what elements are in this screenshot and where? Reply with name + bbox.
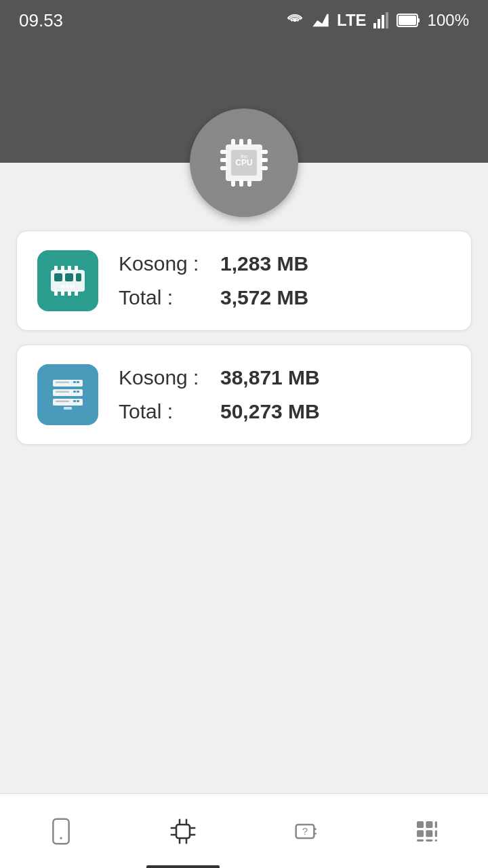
svg-rect-21 bbox=[261, 166, 268, 170]
svg-rect-34 bbox=[54, 273, 62, 281]
nav-cpu[interactable] bbox=[122, 794, 244, 868]
status-bar: 09.53 LTE bbox=[0, 0, 488, 41]
ram-info: Kosong : 1,283 MB Total : 3,572 MB bbox=[119, 252, 308, 309]
svg-rect-5 bbox=[386, 12, 388, 28]
svg-text:RAM: RAM bbox=[61, 283, 75, 290]
signal-bars-icon bbox=[373, 11, 390, 30]
svg-rect-68 bbox=[435, 821, 437, 828]
battery-nav-icon: ? bbox=[291, 818, 319, 845]
lte-label: LTE bbox=[337, 11, 367, 30]
battery-icon bbox=[396, 11, 421, 30]
svg-rect-26 bbox=[54, 266, 58, 271]
svg-rect-48 bbox=[77, 400, 79, 402]
storage-info: Kosong : 38,871 MB Total : 50,273 MB bbox=[119, 366, 320, 423]
ram-kosong-value: 1,283 MB bbox=[220, 252, 308, 275]
storage-total-row: Total : 50,273 MB bbox=[119, 400, 320, 423]
svg-rect-35 bbox=[65, 273, 73, 281]
svg-rect-15 bbox=[247, 180, 251, 186]
svg-rect-66 bbox=[417, 821, 424, 828]
svg-rect-32 bbox=[68, 290, 71, 296]
svg-rect-7 bbox=[418, 18, 420, 22]
svg-rect-20 bbox=[261, 158, 268, 162]
ram-total-label: Total : bbox=[119, 286, 207, 309]
svg-rect-49 bbox=[56, 401, 69, 403]
svg-rect-30 bbox=[54, 290, 58, 296]
svg-rect-41 bbox=[56, 382, 69, 384]
svg-rect-4 bbox=[382, 15, 384, 28]
storage-card: Kosong : 38,871 MB Total : 50,273 MB bbox=[16, 344, 472, 445]
svg-rect-17 bbox=[220, 158, 227, 162]
svg-rect-69 bbox=[417, 830, 424, 837]
ram-total-row: Total : 3,572 MB bbox=[119, 286, 308, 309]
ram-icon: RAM bbox=[37, 250, 98, 311]
ram-free-row: Kosong : 1,283 MB bbox=[119, 252, 308, 275]
svg-rect-16 bbox=[220, 150, 227, 154]
ram-total-value: 3,572 MB bbox=[220, 286, 308, 309]
bottom-nav: ? bbox=[0, 793, 488, 868]
svg-marker-1 bbox=[312, 14, 328, 27]
svg-rect-50 bbox=[64, 407, 72, 410]
signal-icon bbox=[311, 11, 330, 30]
storage-kosong-label: Kosong : bbox=[119, 366, 207, 389]
svg-rect-53 bbox=[176, 825, 190, 838]
svg-text:CPU: CPU bbox=[235, 158, 252, 167]
svg-rect-19 bbox=[261, 150, 268, 154]
svg-rect-71 bbox=[435, 830, 437, 837]
svg-rect-36 bbox=[76, 273, 81, 281]
svg-rect-28 bbox=[68, 266, 71, 271]
svg-rect-73 bbox=[426, 839, 432, 841]
phone-nav-icon bbox=[47, 818, 75, 845]
svg-rect-33 bbox=[75, 290, 78, 296]
storage-total-value: 50,273 MB bbox=[220, 400, 320, 423]
storage-total-label: Total : bbox=[119, 400, 207, 423]
wifi-icon bbox=[285, 11, 304, 30]
svg-rect-2 bbox=[373, 23, 376, 28]
svg-rect-11 bbox=[239, 139, 243, 146]
svg-rect-72 bbox=[417, 839, 424, 841]
ram-card: RAM Kosong : 1,283 MB Total : 3,572 MB bbox=[16, 231, 472, 331]
storage-icon bbox=[37, 364, 98, 425]
nav-phone[interactable] bbox=[0, 794, 122, 868]
svg-rect-3 bbox=[378, 19, 380, 28]
svg-rect-27 bbox=[61, 266, 64, 271]
svg-rect-45 bbox=[56, 391, 69, 393]
svg-rect-51 bbox=[53, 818, 68, 844]
battery-label: 100% bbox=[428, 11, 469, 30]
svg-rect-29 bbox=[75, 266, 78, 271]
svg-rect-31 bbox=[61, 290, 64, 296]
svg-rect-8 bbox=[399, 16, 416, 25]
svg-rect-40 bbox=[77, 381, 79, 383]
status-right: LTE 100% bbox=[285, 11, 469, 30]
cpu-nav-icon bbox=[169, 818, 197, 845]
svg-rect-10 bbox=[231, 139, 235, 146]
storage-kosong-value: 38,871 MB bbox=[220, 366, 320, 389]
header-area: CPU the bbox=[0, 41, 488, 163]
nav-grid[interactable] bbox=[366, 794, 488, 868]
svg-rect-47 bbox=[73, 400, 76, 402]
nav-battery[interactable]: ? bbox=[244, 794, 366, 868]
svg-rect-67 bbox=[426, 821, 432, 828]
cpu-icon-circle: CPU the bbox=[190, 108, 298, 217]
svg-rect-43 bbox=[73, 391, 76, 393]
status-time: 09.53 bbox=[19, 10, 63, 31]
grid-nav-icon bbox=[413, 818, 441, 845]
svg-rect-12 bbox=[247, 139, 251, 146]
svg-text:the: the bbox=[241, 154, 247, 159]
svg-text:?: ? bbox=[302, 825, 308, 837]
storage-free-row: Kosong : 38,871 MB bbox=[119, 366, 320, 389]
svg-rect-44 bbox=[77, 391, 79, 393]
ram-kosong-label: Kosong : bbox=[119, 252, 207, 275]
svg-rect-14 bbox=[239, 180, 243, 186]
svg-rect-74 bbox=[435, 839, 437, 841]
svg-rect-39 bbox=[73, 381, 76, 383]
svg-rect-13 bbox=[231, 180, 235, 186]
svg-rect-70 bbox=[426, 830, 432, 837]
main-content: RAM Kosong : 1,283 MB Total : 3,572 MB bbox=[0, 163, 488, 793]
svg-rect-18 bbox=[220, 166, 227, 170]
